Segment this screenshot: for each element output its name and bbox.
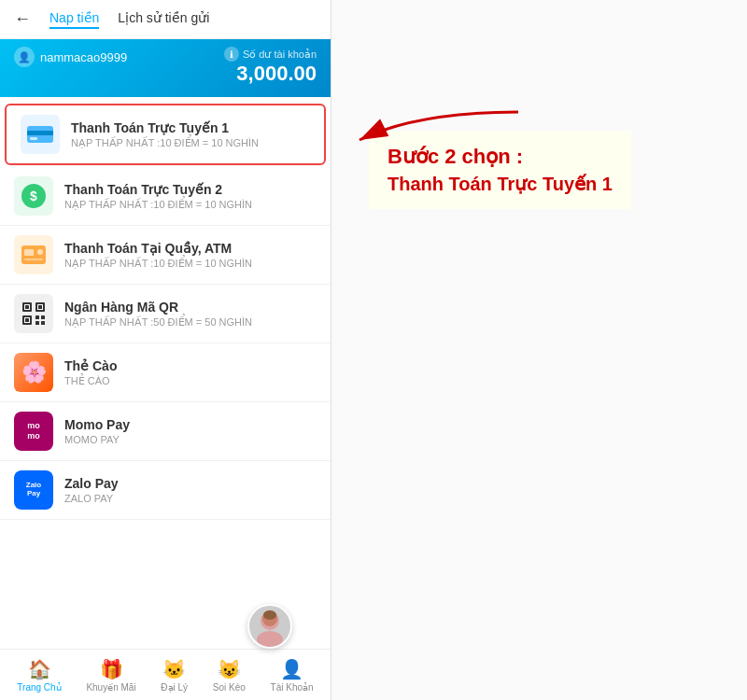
payment-sub-zalo: ZALO PAY: [64, 493, 317, 504]
svg-rect-1: [27, 131, 53, 135]
nav-tabs: Nap tiền Lịch sử tiền gửi: [49, 10, 209, 29]
payment-sub-thecard: THẺ CÀO: [64, 375, 317, 387]
payment-name-zalo: Zalo Pay: [64, 476, 317, 491]
payment-item-thecard[interactable]: 🌸 Thẻ Cào THẺ CÀO: [0, 343, 331, 402]
payment-sub-online1: NẠP THẤP NHẤT :10 ĐIỂM = 10 NGHÌN: [71, 137, 310, 149]
tips-label: Soi Kèo: [213, 682, 246, 693]
svg-rect-2: [30, 137, 37, 140]
payment-info-thecard: Thẻ Cào THẺ CÀO: [64, 358, 317, 387]
user-icon: 👤: [14, 47, 35, 67]
account-icon: 👤: [280, 658, 303, 680]
tab-nap-tien[interactable]: Nap tiền: [49, 10, 99, 29]
phone-panel: ← Nap tiền Lịch sử tiền gửi 👤 nammacao99…: [0, 0, 331, 700]
zalo-icon: ZaloPay: [14, 470, 53, 510]
nav-account[interactable]: 👤 Tài Khoản: [271, 658, 314, 693]
card-icon: [21, 115, 60, 154]
user-bar: 👤 nammacao9999 ℹ Số dư tài khoản 3,000.0…: [0, 39, 331, 97]
zalo-logo: ZaloPay: [14, 470, 53, 510]
payment-info-zalo: Zalo Pay ZALO PAY: [64, 476, 317, 504]
top-nav: ← Nap tiền Lịch sử tiền gửi: [0, 0, 331, 39]
payment-info-online2: Thanh Toán Trực Tuyến 2 NẠP THẤP NHẤT :1…: [64, 182, 317, 211]
payment-info-momo: Momo Pay MOMO PAY: [64, 417, 317, 445]
svg-text:$: $: [30, 189, 37, 203]
agent-label: Đại Lý: [161, 682, 188, 693]
payment-sub-online2: NẠP THẤP NHẤT :10 ĐIỂM = 10 NGHÌN: [64, 199, 317, 211]
home-label: Trang Chủ: [17, 682, 61, 693]
agent-icon: 🐱: [162, 658, 186, 680]
svg-point-25: [263, 610, 276, 620]
payment-sub-atm: NẠP THẤP NHẤT :10 ĐIỂM = 10 NGHÌN: [64, 258, 317, 270]
payment-name-atm: Thanh Toán Tại Quầy, ATM: [64, 241, 317, 256]
tab-lich-su[interactable]: Lịch sử tiền gửi: [118, 10, 209, 29]
qr-icon: [14, 294, 53, 333]
svg-rect-11: [25, 305, 29, 309]
nav-agent[interactable]: 🐱 Đại Lý: [161, 658, 188, 693]
username-label: nammacao9999: [40, 50, 127, 64]
payment-item-qr[interactable]: Ngân Hàng Mã QR NẠP THẤP NHẤT :50 ĐIỂM =…: [0, 285, 331, 343]
payment-item-zalo[interactable]: ZaloPay Zalo Pay ZALO PAY: [0, 461, 331, 520]
svg-rect-21: [41, 321, 45, 325]
promo-label: Khuyến Mãi: [86, 682, 135, 693]
payment-item-online1[interactable]: Thanh Toán Trực Tuyến 1 NẠP THẤP NHẤT :1…: [5, 104, 326, 165]
user-name-display: 👤 nammacao9999: [14, 47, 127, 67]
balance-section: ℹ Số dư tài khoản 3,000.00: [224, 47, 317, 86]
back-button[interactable]: ←: [14, 9, 31, 29]
svg-rect-17: [25, 318, 29, 322]
payment-name-online1: Thanh Toán Trực Tuyến 1: [71, 120, 310, 135]
svg-point-23: [257, 631, 283, 647]
nav-promo[interactable]: 🎁 Khuyến Mãi: [86, 658, 135, 693]
svg-rect-20: [35, 321, 39, 325]
momo-icon: momo: [14, 412, 53, 451]
momo-logo: momo: [14, 412, 53, 451]
account-label: Tài Khoản: [271, 682, 314, 693]
bottom-nav: 🏠 Trang Chủ 🎁 Khuyến Mãi 🐱 Đại Lý 😺 Soi …: [0, 649, 331, 700]
payment-info-qr: Ngân Hàng Mã QR NẠP THẤP NHẤT :50 ĐIỂM =…: [64, 300, 317, 329]
balance-amount: 3,000.00: [224, 62, 317, 86]
payment-name-online2: Thanh Toán Trực Tuyến 2: [64, 182, 317, 197]
payment-item-online2[interactable]: $ Thanh Toán Trực Tuyến 2 NẠP THẤP NHẤT …: [0, 167, 331, 226]
balance-label: ℹ Số dư tài khoản: [224, 47, 317, 62]
annotation-panel: Bước 2 chọn : Thanh Toán Trực Tuyến 1: [331, 0, 747, 700]
payment-item-atm[interactable]: Thanh Toán Tại Quầy, ATM NẠP THẤP NHẤT :…: [0, 226, 331, 285]
dollar-icon: $: [14, 176, 53, 216]
payment-item-momo[interactable]: momo Momo Pay MOMO PAY: [0, 402, 331, 461]
svg-rect-19: [41, 315, 45, 319]
chat-button[interactable]: [247, 604, 292, 649]
payment-info-atm: Thanh Toán Tại Quầy, ATM NẠP THẤP NHẤT :…: [64, 241, 317, 270]
home-icon: 🏠: [28, 658, 51, 680]
tips-icon: 😺: [218, 658, 241, 680]
promo-icon: 🎁: [100, 658, 123, 680]
svg-rect-6: [24, 249, 34, 256]
nav-home[interactable]: 🏠 Trang Chủ: [17, 658, 61, 693]
payment-sub-momo: MOMO PAY: [64, 434, 317, 445]
payment-sub-qr: NẠP THẤP NHẤT :50 ĐIỂM = 50 NGHÌN: [64, 316, 317, 329]
svg-rect-18: [35, 315, 39, 319]
payment-name-momo: Momo Pay: [64, 417, 317, 432]
thecard-icon: 🌸: [14, 353, 53, 392]
payment-name-qr: Ngân Hàng Mã QR: [64, 300, 317, 315]
annotation-arrow: [341, 103, 528, 177]
payment-name-thecard: Thẻ Cào: [64, 358, 317, 373]
svg-rect-14: [38, 305, 42, 309]
atm-icon: [14, 235, 53, 274]
payment-list: Thanh Toán Trực Tuyến 1 NẠP THẤP NHẤT :1…: [0, 97, 331, 649]
nav-tips[interactable]: 😺 Soi Kèo: [213, 658, 246, 693]
payment-info-online1: Thanh Toán Trực Tuyến 1 NẠP THẤP NHẤT :1…: [71, 120, 310, 149]
svg-point-7: [37, 249, 43, 255]
svg-rect-8: [24, 259, 43, 260]
thecard-flower: 🌸: [14, 353, 53, 392]
info-icon: ℹ: [224, 47, 239, 62]
